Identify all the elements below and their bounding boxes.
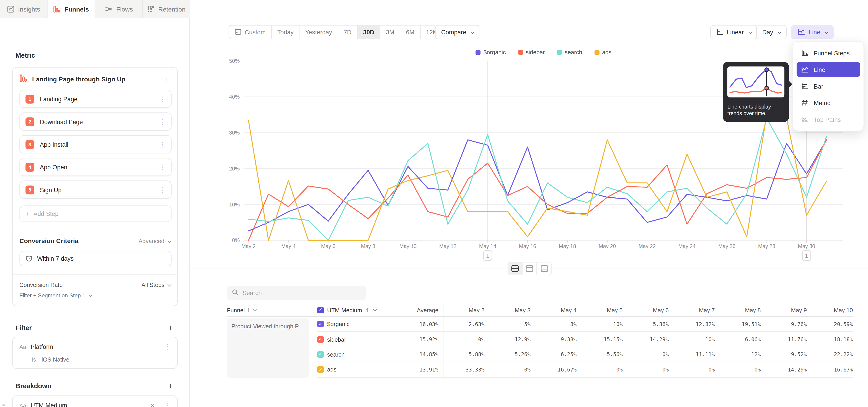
add-step-button[interactable]: + Add Step	[20, 206, 172, 222]
conversion-rate-label: Conversion Rate	[20, 281, 142, 288]
cell-value: 16.67%	[807, 367, 853, 373]
cell-value: 12.82%	[669, 321, 715, 327]
linear-label: Linear	[727, 29, 744, 35]
funnel-selector[interactable]: Funnel 1	[227, 307, 317, 313]
breakdown-kebab-icon[interactable]: ⋮	[162, 401, 173, 407]
column-header-date[interactable]: May 8	[715, 307, 761, 313]
cell-value: 6.06%	[715, 336, 761, 342]
filter-value[interactable]: iOS Native	[41, 356, 69, 363]
tab-retention[interactable]: Retention	[143, 0, 190, 18]
funnel-step-3[interactable]: 3 App Install ⋮	[20, 135, 172, 154]
series-checkbox[interactable]: ✓	[317, 336, 324, 342]
legend-item-ads[interactable]: ads	[594, 49, 612, 55]
funnel-step-1[interactable]: 1 Landing Page ⋮	[20, 90, 172, 108]
conversion-window-button[interactable]: Within 7 days	[20, 251, 172, 267]
filter-card[interactable]: Aa Platform ⋮ Is iOS Native	[12, 337, 178, 369]
series-line-sidebar	[249, 140, 827, 240]
legend-item-sidebar[interactable]: sidebar	[518, 49, 545, 55]
cell-value: 11.11%	[669, 351, 715, 357]
drag-handle-icon[interactable]: ≡	[2, 402, 5, 407]
column-header-date[interactable]: May 9	[761, 307, 807, 313]
column-header-date[interactable]: May 5	[577, 307, 623, 313]
column-header-date[interactable]: May 4	[530, 307, 577, 313]
insights-icon	[7, 5, 14, 13]
granularity-day-button[interactable]: Day	[756, 25, 786, 39]
split-view-toggle[interactable]	[508, 262, 523, 275]
menu-item-funnel-steps[interactable]: Funnel Steps	[797, 45, 860, 60]
search-input[interactable]	[243, 290, 353, 296]
menu-item-line[interactable]: Line	[797, 62, 860, 77]
series-checkbox[interactable]: ✓	[317, 351, 324, 358]
menu-item-top-paths[interactable]: Top Paths	[797, 112, 860, 127]
table-row: ✓ sidebar 15.92% 0% 12.9% 9.38% 15.15% 1…	[317, 332, 853, 347]
series-checkbox[interactable]: ✓	[317, 366, 324, 373]
step-kebab-icon[interactable]: ⋮	[157, 140, 168, 149]
add-filter-button[interactable]: +	[166, 323, 175, 332]
filter-segment-dropdown[interactable]: Filter + Segment on Step 1	[20, 292, 170, 299]
select-all-checkbox[interactable]: ✓	[317, 307, 324, 313]
line-chart-icon	[797, 28, 806, 36]
tab-insights[interactable]: Insights	[0, 0, 48, 18]
filter-kebab-icon[interactable]: ⋮	[162, 342, 173, 351]
compare-button[interactable]: Compare	[435, 25, 480, 39]
chevron-down-icon	[89, 293, 92, 297]
column-header-date[interactable]: May 2	[438, 307, 485, 313]
range-6m-button[interactable]: 6M	[400, 26, 421, 39]
column-header-date[interactable]: May 7	[669, 307, 715, 313]
cell-value: 9.76%	[761, 321, 807, 327]
y-axis-tick-label: 50%	[229, 58, 240, 64]
legend-label: $organic	[484, 49, 506, 55]
remove-breakdown-icon[interactable]: ✕	[148, 402, 157, 407]
table-only-view-toggle[interactable]	[537, 262, 552, 275]
filter-property-name: Platform	[31, 343, 157, 350]
breakdown-card[interactable]: ≡ Aa UTM Medium ✕ ⋮	[12, 396, 178, 407]
funnel-step-5[interactable]: 5 Sign Up ⋮	[20, 181, 172, 199]
add-breakdown-button[interactable]: +	[166, 381, 175, 390]
x-axis-tick-label: May 18	[559, 243, 576, 249]
funnel-step-4[interactable]: 4 App Open ⋮	[20, 158, 172, 176]
tab-funnels[interactable]: Funnels	[48, 0, 95, 18]
x-axis-tick-label: May 30	[798, 243, 815, 249]
range-7d-button[interactable]: 7D	[338, 26, 358, 39]
cell-value: 10%	[577, 321, 623, 327]
legend-item-search[interactable]: search	[557, 49, 582, 55]
chevron-down-icon	[167, 282, 171, 286]
range-yesterday-button[interactable]: Yesterday	[300, 26, 338, 39]
step-number-badge: 2	[26, 117, 34, 126]
step-kebab-icon[interactable]: ⋮	[157, 117, 168, 126]
scale-linear-button[interactable]: Linear	[710, 25, 757, 39]
tooltip-preview-chart	[727, 66, 784, 97]
column-header-date[interactable]: May 10	[807, 307, 853, 313]
annotation-badge[interactable]: 1	[802, 250, 811, 261]
breakdown-column-selector[interactable]: ✓ UTM Medium 4	[317, 307, 399, 313]
x-axis-tick-label: May 12	[439, 243, 456, 249]
metric-kebab-icon[interactable]: ⋮	[160, 75, 172, 84]
step-kebab-icon[interactable]: ⋮	[157, 95, 168, 103]
menu-item-metric[interactable]: Metric	[797, 95, 860, 110]
step-kebab-icon[interactable]: ⋮	[157, 185, 168, 194]
y-axis-tick-label: 30%	[229, 130, 240, 136]
range-today-button[interactable]: Today	[272, 26, 300, 39]
range-3m-button[interactable]: 3M	[380, 26, 401, 39]
series-checkbox[interactable]: ✓	[317, 321, 324, 327]
all-steps-dropdown[interactable]: All Steps	[142, 281, 170, 288]
cell-value: 0%	[715, 367, 761, 373]
x-axis-tick-label: May 10	[399, 243, 416, 249]
range-30d-button[interactable]: 30D	[358, 26, 380, 39]
breakdown-heading: Breakdown	[16, 382, 166, 390]
legend-item-organic[interactable]: $organic	[476, 49, 506, 55]
step-kebab-icon[interactable]: ⋮	[157, 163, 168, 171]
range-custom-button[interactable]: Custom	[229, 26, 272, 39]
advanced-dropdown[interactable]: Advanced	[138, 238, 170, 244]
chart-type-line-button[interactable]: Line	[791, 25, 834, 39]
chart-only-view-toggle[interactable]	[523, 262, 537, 275]
column-header-date[interactable]: May 3	[485, 307, 530, 313]
menu-item-bar[interactable]: Bar	[797, 79, 860, 94]
tab-flows[interactable]: Flows	[95, 0, 143, 18]
add-step-label: Add Step	[33, 211, 59, 217]
column-header-date[interactable]: May 6	[622, 307, 669, 313]
annotation-badge[interactable]: 1	[483, 250, 492, 261]
column-header-average[interactable]: Average	[399, 307, 438, 313]
filter-operator[interactable]: Is	[32, 356, 36, 363]
funnel-step-2[interactable]: 2 Download Page ⋮	[20, 113, 172, 131]
